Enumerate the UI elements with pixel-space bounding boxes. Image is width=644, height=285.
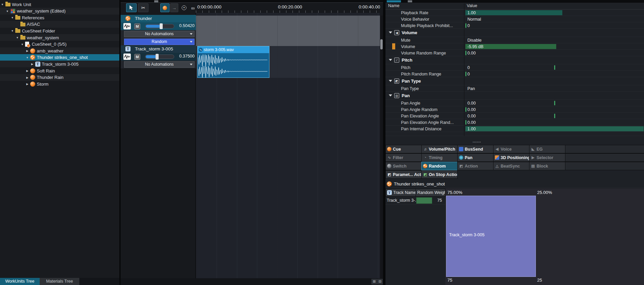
tab-voice[interactable]: ◀Voice [493, 145, 529, 153]
property-section-pitch[interactable]: ⁄Pitch [385, 56, 644, 64]
collapse-arrow-icon[interactable] [389, 80, 392, 82]
tab-random[interactable]: Random [421, 162, 458, 170]
collapse-arrow-icon[interactable]: ▼ [21, 43, 24, 46]
property-row-pitch[interactable]: Pitch0 [385, 64, 644, 71]
collapse-arrow-icon[interactable]: ▼ [6, 10, 9, 13]
property-row-pan-internal-distance[interactable]: Pan Internal Distance1.00 [385, 126, 644, 132]
tree-item-weather-system-edited-[interactable]: ▼weather_system (Edited) [0, 8, 119, 15]
property-value[interactable]: 1.00 [467, 127, 476, 131]
property-value[interactable]: 0 [467, 65, 470, 70]
cue-header-row[interactable]: Thunder [121, 15, 196, 22]
column-divider[interactable] [464, 3, 464, 136]
property-row-pan-elevation-angle-rand-[interactable]: Pan Elevation Angle Rand...0.00 [385, 119, 644, 126]
property-row-voice-behavior[interactable]: Voice BehaviorNormal [385, 16, 644, 22]
track-automation-dropdown[interactable]: No Automations [124, 61, 195, 68]
tab-block[interactable]: ▤Block [529, 162, 565, 170]
tree-item-aisac[interactable]: AISAC [0, 21, 119, 28]
property-value[interactable]: 0.00 [467, 51, 476, 56]
tree-item-thunder-rain[interactable]: ▶Thunder Rain [0, 74, 119, 81]
tree-item-cuesheet-folder[interactable]: ▼CueSheet Folder [0, 27, 119, 34]
tab-beatsync[interactable]: △BeatSync [493, 162, 529, 170]
splitter-grip-dots[interactable]: •••••• [472, 140, 482, 144]
tab-on-stop-action[interactable]: ◩On Stop Action [421, 170, 458, 179]
tab-3d-positioning[interactable]: 3D Positioning [493, 153, 529, 162]
collapse-arrow-icon[interactable]: ▼ [26, 56, 29, 59]
tree-item-track-storm-3-005[interactable]: ▶TTrack_storm 3-005 [0, 61, 119, 67]
expand-arrow-icon[interactable]: ▶ [26, 49, 29, 52]
timeline-horizontal-scrollbar[interactable] [121, 278, 383, 285]
property-row-pan-angle-random[interactable]: Pan Angle Random0.00 [385, 106, 644, 113]
panel-tab-stub[interactable] [154, 0, 158, 2]
tab-volume-pitch[interactable]: ♫Volume/Pitch [421, 145, 458, 153]
cue-volume-slider[interactable] [145, 24, 174, 28]
tree-item-amb-weather[interactable]: ▶amb_weather [0, 47, 119, 54]
cue-automation-icon[interactable] [123, 23, 131, 29]
tree-item-references[interactable]: ▼References [0, 14, 119, 21]
property-row-partial[interactable] [385, 132, 644, 136]
slider-handle[interactable] [156, 54, 159, 60]
clip-header[interactable]: ∿ storm 3-005.wav [198, 46, 269, 53]
record-toggle-button[interactable] [160, 3, 169, 12]
property-value[interactable]: 0 [467, 72, 470, 76]
timeline-ruler[interactable]: 0:00:00.000 0:00:20.000 0:00:40.000 [196, 3, 380, 13]
select-tool-button[interactable] [126, 3, 137, 12]
cue-mute-button[interactable]: M [134, 23, 140, 29]
tree-item-thunder-strikes-one-shot[interactable]: ▼Thunder strikes_one_shot [0, 54, 119, 61]
slider-handle[interactable] [160, 23, 163, 29]
playback-mode-dropdown[interactable]: Random [124, 39, 195, 45]
collapse-arrow-icon[interactable]: ▼ [11, 16, 14, 19]
weight-bar[interactable] [416, 197, 432, 204]
property-value[interactable]: Normal [467, 17, 481, 22]
property-section-pan[interactable]: ◎Pan [385, 92, 644, 100]
tab-eg[interactable]: ◣EG [529, 145, 565, 153]
property-row-volume-random-range[interactable]: Volume Random Range0.00 [385, 50, 644, 56]
tree-tab-workunits-tree[interactable]: WorkUnits Tree [0, 278, 40, 285]
property-value[interactable]: 1.00 [467, 10, 476, 15]
property-value[interactable]: 0.00 [467, 107, 476, 112]
property-value[interactable]: 0.00 [467, 120, 476, 125]
tree-item-soft-rain[interactable]: ▶Soft Rain [0, 67, 119, 74]
expand-arrow-icon[interactable]: ▶ [26, 69, 29, 72]
weight-segment-rect[interactable]: Track_storm 3-005 [446, 196, 536, 277]
random-weight-column-header[interactable]: Random Weight [416, 189, 445, 197]
panel-tab-active-stub[interactable] [387, 0, 401, 2]
property-row-pan-angle[interactable]: Pan Angle0.00 [385, 100, 644, 106]
tab-switch[interactable]: Switch [385, 162, 422, 170]
collapse-arrow-icon[interactable] [389, 94, 392, 96]
weight-table-row[interactable]: Track_storm 3-...75 [385, 197, 445, 205]
track-name-column-header[interactable]: T Track Name [385, 189, 416, 197]
tree-item-work-unit[interactable]: ▼Work Unit [0, 1, 119, 8]
collapse-arrow-icon[interactable] [389, 59, 392, 61]
waveform-clip[interactable]: ∿ storm 3-005.wav [197, 46, 269, 78]
timeline-vertical-scrollbar[interactable] [380, 16, 383, 278]
expand-arrow-icon[interactable]: ▶ [31, 63, 34, 66]
property-value[interactable]: -5.95 dB [467, 44, 483, 49]
property-row-pan-elevation-angle[interactable]: Pan Elevation Angle0.00 [385, 113, 644, 119]
property-row-multiple-playback-prohibit-[interactable]: Multiple Playback Prohibit...0 [385, 22, 644, 29]
collapse-arrow-icon[interactable]: ▼ [1, 3, 4, 6]
timeline-canvas[interactable]: ∿ storm 3-005.wav [196, 13, 380, 278]
tab-pan[interactable]: Pan [457, 153, 494, 162]
property-section-pan-type[interactable]: ◩Pan Type [385, 77, 644, 85]
property-row-pan-type[interactable]: Pan TypePan [385, 85, 644, 92]
tab-cue[interactable]: Cue [385, 145, 422, 153]
tree-tab-materials-tree[interactable]: Materials Tree [40, 278, 79, 285]
track-automation-icon[interactable] [123, 53, 131, 60]
tab-action[interactable]: ◩Action [457, 162, 494, 170]
step-forward-button[interactable]: → [170, 3, 178, 12]
track-volume-slider[interactable] [145, 54, 174, 59]
collapse-arrow-icon[interactable]: ▼ [11, 29, 14, 32]
expand-arrow-icon[interactable]: ▶ [26, 76, 29, 79]
property-value[interactable]: Pan [467, 86, 475, 91]
tree-item-weather-system[interactable]: ▼weather_system [0, 34, 119, 41]
property-section-volume[interactable]: ◀Volume [385, 29, 644, 37]
tab-paramet-action[interactable]: ◩Paramet... Action [385, 170, 422, 179]
tab-timing[interactable]: ◔Timing [421, 153, 458, 162]
property-value[interactable]: Disable [467, 38, 482, 43]
zoom-in-button[interactable]: ⊞ [371, 279, 377, 284]
collapse-arrow-icon[interactable] [389, 31, 392, 34]
tab-selector[interactable]: ▶Selector [529, 153, 565, 162]
tree-item-storm[interactable]: ▶Storm [0, 81, 119, 87]
track-header-row[interactable]: T Track_storm 3-005 [121, 45, 196, 53]
split-tool-button[interactable]: ✂ [138, 3, 148, 12]
